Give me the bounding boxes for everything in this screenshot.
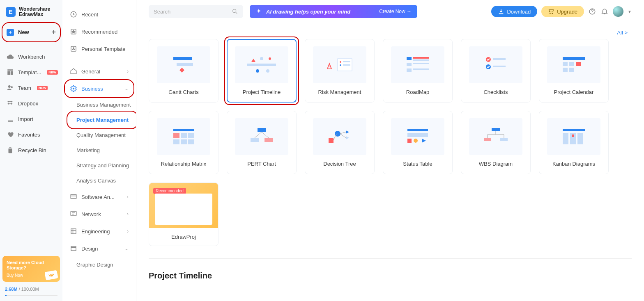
svg-rect-50 [173,133,179,138]
svg-rect-83 [577,133,583,144]
upgrade-button[interactable]: Upgrade [541,6,584,17]
template-relationship[interactable]: Relationship Matrix [149,111,218,174]
sidebar-label: Team [18,85,31,91]
sidebar-item-dropbox[interactable]: Dropbox [2,96,60,111]
template-kanban[interactable]: Kanban Diagrams [539,111,609,174]
sidebar-label: Favorites [18,132,40,138]
svg-rect-44 [563,62,568,66]
all-link[interactable]: All > [149,30,632,36]
new-label: New [18,29,29,35]
status-icon [403,126,432,147]
sidebar-label: Import [18,116,33,122]
template-decision[interactable]: Decision Tree [305,111,375,174]
template-risk[interactable]: ! Risk Management [305,39,375,103]
create-now[interactable]: Create Now → [379,9,412,14]
calendar-icon [559,55,588,75]
search-placeholder: Search [154,9,170,15]
matrix-icon [169,126,198,147]
sidebar-item-workbench[interactable]: Workbench [2,49,60,64]
svg-line-57 [255,132,262,138]
main-area: Search AI drawing helps open your mind C… [136,0,644,301]
chevron-right-icon: › [127,194,129,200]
cat-software[interactable]: Software An... › [62,188,136,205]
search-icon [232,8,238,15]
cat-network[interactable]: Network › [62,205,136,223]
sidebar-label: Dropbox [18,100,38,107]
svg-rect-29 [343,61,350,62]
sub-strategy[interactable]: Strategy and Planning [62,158,136,173]
template-roadmap[interactable]: RoadMap [383,39,453,103]
sub-project-mgmt[interactable]: Project Management [62,112,136,128]
cat-business[interactable]: Business ⌄ [62,80,136,97]
svg-rect-61 [329,138,334,143]
svg-point-14 [233,9,236,13]
cat-engineering[interactable]: Engineering › [62,223,136,240]
svg-rect-69 [407,139,412,143]
sub-quality-mgmt[interactable]: Quality Management [62,128,136,143]
svg-rect-68 [407,133,428,137]
sidebar-item-import[interactable]: Import [2,111,60,127]
sub-analysis[interactable]: Analysis Canvas [62,173,136,188]
svg-rect-43 [563,57,585,60]
template-pert[interactable]: PERT Chart [227,111,297,174]
help-icon[interactable] [588,7,596,16]
cat-general[interactable]: General › [62,63,136,80]
template-checklists[interactable]: Checklists [461,39,531,103]
sidebar-item-recycle[interactable]: Recycle Bin [2,142,60,158]
sidebar-item-favorites[interactable]: Favorites [2,127,60,142]
storage-promo[interactable]: Need more CloudStorage? Buy Now VIP [2,256,60,282]
sub-graphic-design[interactable]: Graphic Design [62,257,136,272]
svg-rect-16 [173,57,192,60]
sidebar-item-templates[interactable]: Templat... NEW [2,64,60,80]
template-edrawproj[interactable]: Recommended EdrawProj [149,182,218,246]
topbar: Search AI drawing helps open your mind C… [149,5,632,18]
template-grid: Gantt Charts Project Timeline ! Risk Man… [149,39,632,246]
svg-line-65 [340,132,346,134]
top-right: Download Upgrade ▼ [491,6,632,17]
ai-banner[interactable]: AI drawing helps open your mind Create N… [250,5,417,18]
svg-point-9 [73,88,75,90]
template-gantt[interactable]: Gantt Charts [149,39,218,103]
svg-point-24 [266,69,269,73]
avatar-chevron-icon[interactable]: ▼ [628,9,632,14]
svg-rect-54 [181,139,187,144]
new-badge: NEW [47,70,58,75]
sidebar-item-team[interactable]: Team NEW [2,80,60,96]
svg-rect-32 [407,57,412,60]
section-title: Project Timeline [149,271,632,280]
download-button[interactable]: Download [491,6,537,17]
heart-icon [7,131,14,138]
template-status[interactable]: Status Table [383,111,453,174]
gear-icon [70,85,77,92]
bell-icon[interactable] [600,7,609,16]
sub-marketing[interactable]: Marketing [62,143,136,158]
chevron-down-icon: ⌄ [124,86,129,91]
svg-rect-60 [264,138,273,142]
cat-design[interactable]: Design ⌄ [62,240,136,257]
checklist-icon [483,55,508,75]
cat-recommended[interactable]: Recommended [62,23,136,40]
cat-recent[interactable]: Recent [62,6,136,23]
template-wbs[interactable]: WBS Diagram [461,111,531,174]
svg-rect-49 [173,129,194,131]
template-icon [7,68,14,76]
cat-personal[interactable]: Personal Template [62,40,136,57]
sub-business-mgmt[interactable]: Business Management [62,97,136,112]
svg-rect-11 [71,212,76,215]
cloud-icon [7,53,14,60]
team-icon [7,84,14,91]
svg-marker-20 [251,59,255,62]
timeline-icon [245,55,278,75]
svg-point-23 [256,69,259,73]
svg-rect-59 [251,138,259,142]
buy-now[interactable]: Buy Now [7,273,23,278]
svg-rect-38 [413,68,429,70]
template-calendar[interactable]: Project Calendar [539,39,609,103]
template-project-timeline[interactable]: Project Timeline [227,39,297,103]
search-input[interactable]: Search [149,5,243,18]
engineering-icon [70,228,77,235]
svg-point-30 [340,64,341,66]
import-icon [7,115,14,123]
new-button[interactable]: + New + [2,24,60,41]
avatar[interactable] [613,6,623,17]
